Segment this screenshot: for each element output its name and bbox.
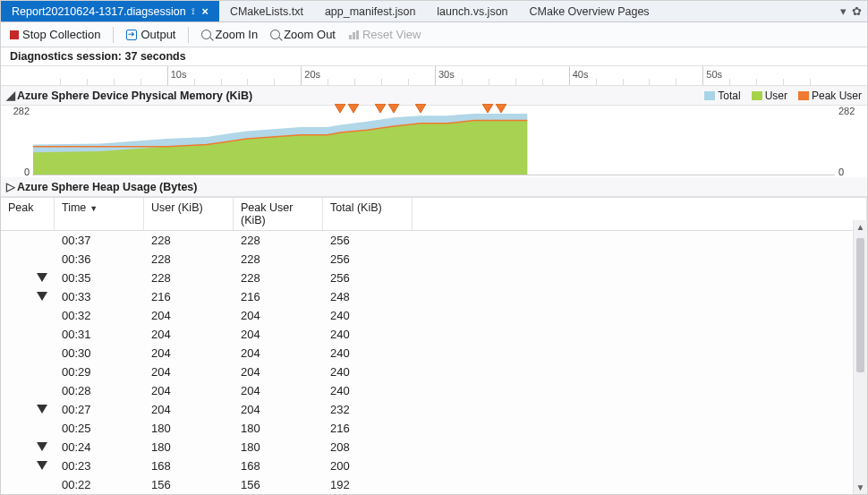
svg-marker-14 — [37, 405, 47, 414]
table-row[interactable]: 00:30204204240 — [1, 344, 867, 363]
table-row[interactable]: 00:37228228256 — [1, 231, 867, 250]
reset-icon — [348, 30, 359, 40]
table-body: 00:3722822825600:3622822825600:352282282… — [1, 231, 867, 495]
ruler-tick: 30s — [435, 66, 455, 85]
peak-marker-icon — [37, 405, 47, 415]
section-heap[interactable]: ▷ Azure Sphere Heap Usage (Bytes) — [1, 177, 867, 197]
svg-marker-6 — [348, 104, 359, 113]
swatch-user — [752, 91, 762, 100]
memory-chart[interactable]: 282 0 282 0 — [1, 106, 867, 177]
tab-item[interactable]: launch.vs.json — [426, 1, 518, 21]
table-header: Peak Time▼ User (KiB) Peak User (KiB) To… — [1, 197, 867, 231]
snapshot-marker-icon[interactable] — [415, 104, 426, 115]
zoom-out-button[interactable]: Zoom Out — [270, 28, 336, 41]
close-icon[interactable]: × — [202, 5, 208, 18]
table-row[interactable]: 00:32204204240 — [1, 306, 867, 325]
stop-collection-button[interactable]: Stop Collection — [10, 28, 100, 41]
svg-marker-10 — [482, 104, 493, 113]
output-icon — [126, 30, 137, 40]
svg-marker-11 — [496, 104, 506, 113]
table-row[interactable]: 00:35228228256 — [1, 269, 867, 287]
document-tabs: Report20210624-1317.diagsession ⟟ × CMak… — [1, 1, 867, 22]
svg-marker-13 — [37, 292, 47, 301]
table-row[interactable]: 00:31204204240 — [1, 325, 867, 344]
svg-marker-5 — [335, 104, 345, 113]
timeline-ruler[interactable]: 10s20s30s40s50s — [1, 66, 867, 86]
snapshot-marker-icon[interactable] — [335, 104, 345, 115]
snapshot-marker-icon[interactable] — [375, 104, 386, 115]
tab-item[interactable]: CMakeLists.txt — [219, 1, 314, 21]
svg-rect-0 — [349, 35, 352, 39]
ruler-tick: 40s — [569, 66, 589, 85]
peak-marker-icon — [37, 442, 47, 453]
svg-marker-7 — [375, 104, 386, 113]
scroll-up-icon[interactable]: ▲ — [854, 220, 867, 235]
separator — [113, 27, 114, 43]
separator — [188, 27, 189, 43]
svg-marker-15 — [37, 442, 47, 451]
svg-marker-9 — [415, 104, 426, 113]
reset-view-button: Reset View — [348, 28, 421, 41]
table-row[interactable]: 00:36228228256 — [1, 250, 867, 269]
snapshot-marker-icon[interactable] — [348, 104, 359, 115]
swatch-peak — [798, 91, 809, 100]
sort-desc-icon: ▼ — [89, 204, 98, 213]
plot-area[interactable] — [33, 107, 835, 175]
y-axis-left: 282 0 — [1, 106, 33, 177]
section-memory[interactable]: ◢ Azure Sphere Device Physical Memory (K… — [1, 86, 867, 106]
tab-label: CMakeLists.txt — [230, 5, 303, 18]
table-row[interactable]: 00:27204204232 — [1, 400, 867, 419]
table-row[interactable]: 00:24180180208 — [1, 438, 867, 457]
col-peak-user[interactable]: Peak User (KiB) — [234, 198, 323, 230]
tab-label: app_manifest.json — [325, 5, 415, 18]
scroll-thumb[interactable] — [856, 238, 864, 372]
snapshot-marker-icon[interactable] — [482, 104, 493, 115]
overflow-icon[interactable]: ▾ — [840, 4, 847, 18]
tab-item[interactable]: app_manifest.json — [314, 1, 426, 21]
snapshot-marker-icon[interactable] — [496, 104, 506, 115]
data-table: Peak Time▼ User (KiB) Peak User (KiB) To… — [1, 197, 867, 495]
diag-toolbar: Stop Collection Output Zoom In Zoom Out … — [1, 22, 867, 47]
collapse-icon: ◢ — [6, 89, 15, 102]
ruler-tick: 20s — [301, 66, 320, 85]
table-row[interactable]: 00:22156156192 — [1, 475, 867, 494]
zoom-in-button[interactable]: Zoom In — [201, 28, 258, 41]
tab-label: launch.vs.json — [437, 5, 507, 18]
session-summary: Diagnostics session: 37 seconds — [1, 47, 867, 66]
col-peak[interactable]: Peak — [1, 198, 55, 230]
stop-icon — [10, 30, 19, 39]
col-total[interactable]: Total (KiB) — [323, 198, 413, 230]
table-row[interactable]: 00:28204204240 — [1, 381, 867, 400]
peak-marker-icon — [37, 273, 47, 284]
y-axis-right: 282 0 — [835, 106, 867, 177]
col-user[interactable]: User (KiB) — [144, 198, 234, 230]
window-icon[interactable]: ✿ — [852, 4, 862, 18]
output-button[interactable]: Output — [126, 28, 175, 41]
tab-label: CMake Overview Pages — [530, 5, 650, 18]
scrollbar[interactable]: ▲ ▼ — [853, 220, 867, 495]
svg-rect-1 — [353, 32, 355, 39]
tab-item[interactable]: CMake Overview Pages — [519, 1, 660, 21]
pin-icon[interactable]: ⟟ — [191, 6, 195, 17]
expand-icon: ▷ — [6, 180, 15, 193]
col-filler — [413, 198, 867, 230]
ruler-tick: 50s — [702, 66, 722, 85]
col-time[interactable]: Time▼ — [55, 198, 144, 230]
zoom-in-icon — [201, 30, 211, 39]
scroll-down-icon[interactable]: ▼ — [854, 481, 867, 495]
table-row[interactable]: 00:23168168200 — [1, 457, 867, 475]
svg-rect-3 — [528, 107, 835, 175]
legend: Total User Peak User — [704, 90, 862, 102]
ruler-tick: 10s — [167, 66, 187, 85]
svg-marker-12 — [37, 273, 47, 282]
table-row[interactable]: 00:33216216248 — [1, 287, 867, 306]
snapshot-marker-icon[interactable] — [388, 104, 399, 115]
peak-marker-icon — [37, 461, 47, 472]
zoom-out-icon — [270, 30, 280, 39]
tab-label: Report20210624-1317.diagsession — [12, 5, 186, 18]
table-row[interactable]: 00:25180180216 — [1, 419, 867, 438]
tab-active[interactable]: Report20210624-1317.diagsession ⟟ × — [1, 1, 219, 21]
peak-marker-icon — [37, 292, 47, 303]
section-title: Azure Sphere Device Physical Memory (KiB… — [17, 90, 252, 102]
table-row[interactable]: 00:29204204240 — [1, 363, 867, 381]
